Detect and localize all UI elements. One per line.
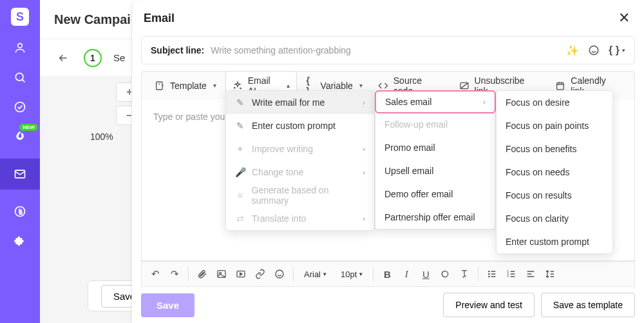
font-size-select[interactable]: 10pt ▾ [337, 268, 366, 280]
save-email-button[interactable]: Save [141, 293, 194, 317]
template-button[interactable]: Template▾ [148, 77, 223, 95]
email-ai-menu: ✎Write email for me›✎Enter custom prompt… [225, 90, 375, 231]
menu-item[interactable]: Upsell email [375, 159, 495, 182]
line-height-icon[interactable] [543, 267, 557, 281]
text-color-icon[interactable] [438, 267, 452, 281]
underline-icon[interactable]: U [419, 267, 433, 281]
svg-point-7 [240, 88, 241, 88]
step-label: Se [113, 52, 125, 63]
menu-item[interactable]: Focus on pain points [497, 114, 612, 137]
chevron-right-icon: › [363, 168, 365, 176]
menu-item-label: Translate into [252, 213, 306, 224]
mail-icon[interactable] [0, 159, 40, 190]
close-button[interactable]: ✕ [616, 7, 632, 29]
svg-point-14 [276, 270, 283, 278]
step-indicator: 1 [84, 49, 102, 67]
menu-item-label: Enter custom prompt [252, 121, 336, 131]
zoom-level: 100% [90, 132, 113, 142]
menu-item[interactable]: Partnership offer email [375, 206, 495, 229]
attachment-icon[interactable] [195, 267, 209, 281]
search-icon[interactable] [12, 70, 28, 85]
menu-item: ≡Generate based on summary [226, 184, 374, 207]
sales-email-submenu: Focus on desireFocus on pain pointsFocus… [496, 90, 613, 254]
back-button[interactable] [54, 49, 72, 67]
subject-placeholder: Write something attention-grabbing [211, 45, 560, 55]
menu-item[interactable]: Enter custom prompt [497, 230, 612, 253]
write-email-submenu: Sales email›Follow-up emailPromo emailUp… [375, 90, 496, 230]
menu-item-label: Focus on pain points [506, 121, 589, 131]
menu-item[interactable]: Sales email› [375, 90, 496, 113]
menu-item-label: Write email for me [252, 97, 325, 108]
editor-placeholder: Type or paste your [153, 112, 228, 122]
subject-label: Subject line: [151, 45, 204, 55]
svg-point-17 [489, 273, 489, 274]
svg-point-0 [18, 43, 23, 48]
menu-item-label: Follow-up email [384, 119, 448, 130]
menu-item-label: Focus on benefits [506, 144, 577, 154]
preview-test-button[interactable]: Preview and test [443, 293, 535, 317]
menu-item[interactable]: Demo offer email [375, 182, 495, 206]
new-badge: NEW [19, 124, 38, 131]
menu-item-label: Partnership offer email [384, 212, 475, 222]
menu-item: ⇄Translate into› [226, 207, 374, 230]
menu-item[interactable]: Focus on clarity [497, 207, 612, 230]
font-select[interactable]: Arial ▾ [300, 268, 330, 280]
puzzle-icon[interactable] [12, 233, 28, 249]
user-icon[interactable] [12, 40, 28, 55]
menu-item[interactable]: Promo email [375, 136, 495, 159]
svg-point-8 [234, 87, 234, 88]
svg-point-18 [489, 276, 489, 277]
numbered-list-icon[interactable]: 123 [504, 267, 518, 281]
menu-item-icon: ✎ [235, 121, 245, 131]
fire-icon[interactable]: NEW [12, 129, 28, 144]
menu-item-label: Demo offer email [384, 189, 453, 199]
dollar-icon[interactable] [12, 204, 28, 219]
link-icon[interactable] [253, 267, 267, 281]
italic-icon[interactable]: I [399, 267, 413, 281]
chevron-right-icon: › [483, 98, 486, 106]
bullet-list-icon[interactable] [485, 267, 499, 281]
check-icon[interactable] [12, 99, 28, 115]
svg-rect-10 [557, 83, 564, 90]
menu-item-icon: ⇄ [235, 213, 245, 224]
app-logo[interactable]: S [11, 8, 29, 26]
menu-item-label: Improve writing [252, 144, 313, 154]
menu-item-label: Focus on results [506, 190, 572, 201]
menu-item[interactable]: ✎Enter custom prompt [226, 114, 374, 137]
save-as-template-button[interactable]: Save as template [541, 293, 635, 317]
video-icon[interactable] [234, 267, 248, 281]
menu-item-label: Focus on clarity [506, 213, 569, 224]
align-icon[interactable] [524, 267, 538, 281]
menu-item[interactable]: Focus on desire [497, 91, 612, 114]
magic-wand-icon[interactable]: ✨ [566, 44, 579, 57]
menu-item[interactable]: ✎Write email for me› [226, 91, 374, 114]
menu-item: ✦Improve writing› [226, 137, 374, 161]
app-sidebar: S NEW [0, 0, 40, 323]
svg-text:3: 3 [507, 275, 509, 278]
image-icon[interactable] [214, 267, 229, 281]
menu-item[interactable]: Focus on needs [497, 161, 612, 184]
emoji-icon[interactable] [588, 44, 600, 56]
bold-icon[interactable]: B [380, 267, 394, 281]
chevron-right-icon: › [363, 215, 365, 222]
chevron-right-icon: › [363, 99, 365, 106]
emoji-picker-icon[interactable] [272, 267, 287, 281]
svg-point-5 [589, 46, 598, 55]
svg-point-1 [15, 73, 23, 81]
menu-item-label: Generate based on summary [252, 185, 365, 206]
menu-item-label: Enter custom prompt [506, 237, 589, 247]
menu-item-label: Upsell email [384, 166, 433, 176]
menu-item-label: Focus on desire [506, 97, 570, 108]
modal-title: Email [144, 12, 175, 25]
menu-item-label: Sales email [385, 97, 431, 107]
svg-point-2 [15, 103, 25, 112]
variable-dropdown-icon[interactable]: { }▾ [609, 44, 625, 56]
redo-icon[interactable]: ↷ [167, 267, 182, 281]
chevron-right-icon: › [363, 145, 365, 153]
menu-item[interactable]: Focus on benefits [497, 137, 612, 161]
clear-format-icon[interactable] [457, 267, 471, 281]
undo-icon[interactable]: ↶ [148, 267, 162, 281]
svg-rect-6 [156, 82, 162, 90]
menu-item[interactable]: Focus on results [497, 184, 612, 207]
subject-line-field[interactable]: Subject line: Write something attention-… [141, 36, 635, 64]
